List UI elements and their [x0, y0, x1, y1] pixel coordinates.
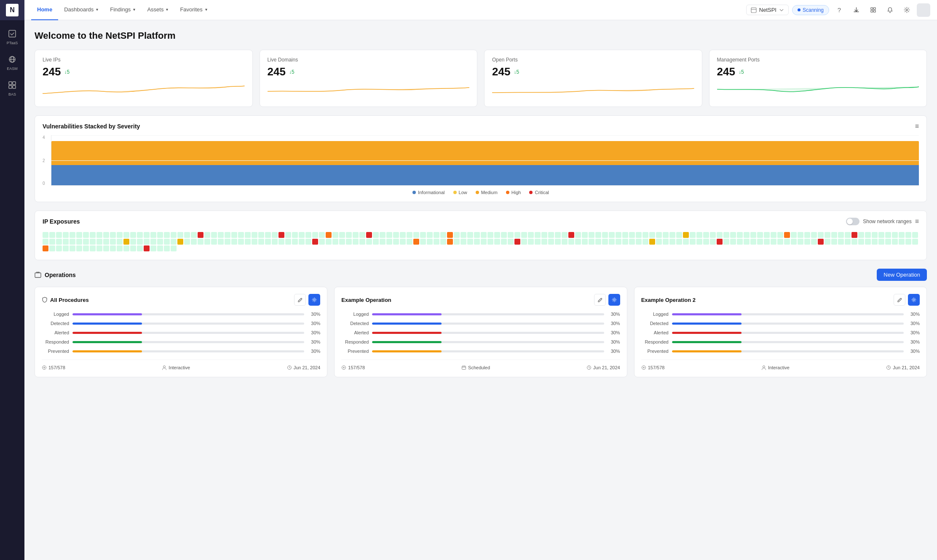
workspace-selector[interactable]: NetSPI [746, 5, 789, 15]
ip-cell [535, 232, 541, 238]
op-edit-btn-1[interactable] [594, 294, 606, 306]
op-card-footer-1: 157/578 Scheduled Jun 21, 2024 [341, 360, 620, 370]
scanning-badge[interactable]: Scanning [792, 5, 829, 15]
ip-cell [487, 232, 493, 238]
ip-cell [528, 239, 534, 245]
ip-cell [144, 245, 150, 251]
ip-menu-icon[interactable]: ≡ [915, 218, 919, 225]
ip-cell [737, 239, 743, 245]
open-ports-sparkline [492, 81, 694, 100]
easm-label: EASM [7, 67, 18, 71]
ip-cell [83, 245, 89, 251]
bell-button[interactable] [883, 3, 897, 17]
op-settings-btn-2[interactable] [908, 294, 920, 306]
nav-favorites[interactable]: Favorites ▾ [174, 0, 213, 20]
op-card-header-2: Example Operation 2 [641, 294, 920, 306]
ip-cell [366, 232, 372, 238]
ptaas-icon [6, 28, 18, 40]
ip-cell [49, 245, 55, 251]
ip-cell [56, 245, 62, 251]
ip-cell [204, 232, 210, 238]
ip-cell [70, 232, 75, 238]
ip-cell [63, 232, 69, 238]
ip-cell [278, 232, 284, 238]
progress-fill-alerted-0 [72, 332, 142, 334]
network-ranges-toggle[interactable] [846, 218, 859, 225]
progress-bg-detected-0 [72, 323, 304, 325]
ip-cell [851, 232, 857, 238]
sidebar-item-bas[interactable]: BAS [0, 75, 24, 101]
op-settings-btn-1[interactable] [608, 294, 620, 306]
ip-cell [555, 239, 561, 245]
stat-card-open-ports: Open Ports 245 ↓5 [484, 50, 702, 107]
settings-icon [904, 7, 910, 13]
new-operation-button[interactable]: New Operation [877, 269, 927, 281]
op-edit-btn-2[interactable] [894, 294, 905, 306]
nav-findings[interactable]: Findings ▾ [104, 0, 141, 20]
sidebar-logo[interactable]: N [0, 0, 24, 20]
ip-cell [663, 239, 669, 245]
footer-date-2: Jun 21, 2024 [886, 365, 920, 370]
ip-cell [380, 239, 386, 245]
ip-cell [622, 232, 628, 238]
ip-cell [245, 232, 251, 238]
ip-cell [157, 239, 163, 245]
ip-cell [669, 239, 675, 245]
settings-button[interactable] [900, 3, 913, 17]
scanning-dot [798, 8, 800, 11]
ip-cell [568, 239, 574, 245]
type-icon [162, 365, 167, 370]
informational-dot [412, 191, 416, 194]
nav-assets[interactable]: Assets ▾ [141, 0, 174, 20]
live-ips-value-row: 245 ↓5 [43, 65, 245, 78]
ip-cell [130, 232, 136, 238]
ip-cell [386, 239, 392, 245]
findings-chevron: ▾ [133, 7, 135, 12]
help-button[interactable]: ? [833, 3, 846, 17]
svg-point-20 [163, 366, 166, 368]
ip-cell [636, 232, 642, 238]
ip-cell [373, 239, 379, 245]
progress-row-logged-2: Logged 30% [641, 312, 920, 317]
ip-cell [845, 239, 851, 245]
live-domains-value: 245 [268, 65, 286, 78]
count-icon-2 [641, 365, 646, 370]
download-button[interactable] [849, 3, 863, 17]
ip-cell [238, 239, 244, 245]
avatar-button[interactable] [917, 3, 930, 17]
ip-cell [339, 232, 345, 238]
progress-bg-alerted-0 [72, 332, 304, 334]
ip-cell [285, 232, 291, 238]
easm-icon [6, 53, 18, 65]
sidebar-item-easm[interactable]: EASM [0, 49, 24, 75]
ip-cell [777, 239, 783, 245]
chart-legend: Informational Low Medium High Critical [43, 190, 919, 195]
ip-cell [804, 232, 810, 238]
grid-button[interactable] [866, 3, 880, 17]
footer-count-2: 157/578 [641, 365, 665, 370]
progress-row-responded-2: Responded 30% [641, 339, 920, 344]
ip-cell [231, 232, 237, 238]
ip-cell [683, 239, 689, 245]
nav-dashboards[interactable]: Dashboards ▾ [58, 0, 104, 20]
ip-exposures-header: IP Exposures Show network ranges ≡ [43, 218, 919, 225]
svg-rect-7 [13, 85, 16, 88]
sidebar-item-ptaas[interactable]: PTaaS [0, 24, 24, 49]
op-settings-btn-0[interactable] [308, 294, 320, 306]
op-card-header-1: Example Operation [341, 294, 620, 306]
ip-cell [771, 232, 776, 238]
op-card-icons-0 [294, 294, 320, 306]
ip-cell [663, 232, 669, 238]
vuln-chart-menu-icon[interactable]: ≡ [915, 123, 919, 130]
ip-cell [838, 239, 844, 245]
ip-cell [265, 232, 271, 238]
op-card-title-1: Example Operation [341, 297, 391, 303]
ip-cell [90, 232, 96, 238]
ip-cell [76, 232, 82, 238]
svg-point-14 [906, 9, 908, 11]
nav-home[interactable]: Home [31, 0, 58, 20]
ip-cell [110, 245, 116, 251]
op-edit-btn-0[interactable] [294, 294, 306, 306]
ip-cell [130, 245, 136, 251]
ip-cell [157, 245, 163, 251]
